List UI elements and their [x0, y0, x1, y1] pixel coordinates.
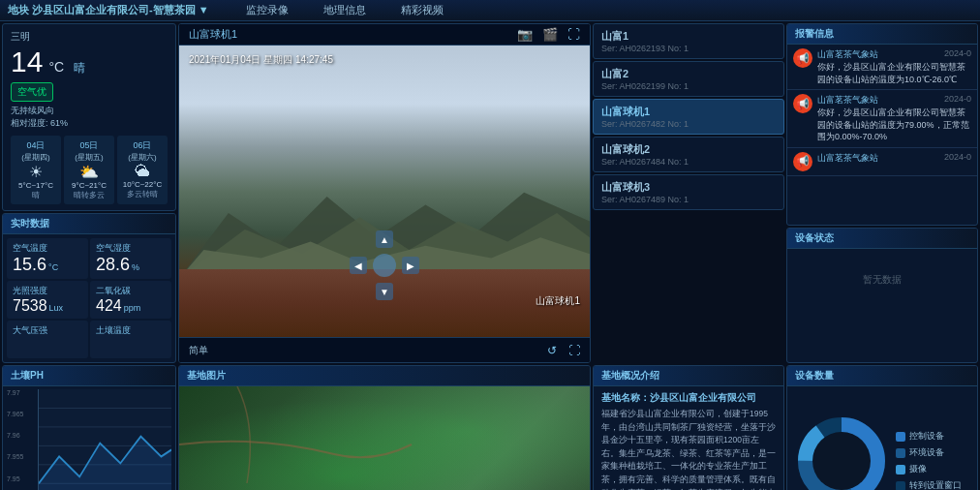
alerts-panel: 报警信息 📢 山富茗茶气象站 2024-0 你好，沙县区山富企业有限公司智慧茶园… [786, 23, 978, 226]
map-image-panel: 基地图片 [178, 365, 591, 490]
alert-2-content: 山富茗茶气象站 2024-0 [817, 152, 971, 171]
nav-recording[interactable]: 监控录像 [238, 1, 296, 19]
cam-1-serial: Ser: AH0262199 No: 1 [601, 81, 776, 91]
camera-bottom-actions: ↺ ⛶ [547, 344, 580, 357]
cam-1-name: 山富2 [601, 67, 776, 81]
forecast-2-range: 10°C~22°C [119, 180, 166, 189]
camera-record-icon[interactable]: 🎬 [542, 27, 558, 42]
cam-item-0[interactable]: 山富1 Ser: AH0262193 No: 1 [593, 23, 784, 59]
forecast-2-desc: 多云转晴 [119, 189, 166, 199]
forecast-day-0: 04日 (星期四) ☀ 5°C~17°C 晴 [11, 136, 61, 204]
camera-label-bottom: 山富球机1 [536, 294, 580, 308]
y-label-0: 7.97 [7, 389, 36, 396]
camera-title: 山富球机1 [189, 27, 237, 42]
forecast-1-name: 05日 [66, 139, 112, 152]
cam-item-3[interactable]: 山富球机2 Ser: AH0267484 No: 1 [593, 137, 784, 172]
alert-0-source: 山富茗茶气象站 [817, 48, 878, 61]
alert-0-icon: 📢 [793, 48, 812, 68]
top-bar: 地块 沙县区山富企业有限公司-智慧茶园 ▼ 监控录像 地理信息 精彩视频 [0, 0, 980, 21]
nav-highlight[interactable]: 精彩视频 [393, 1, 451, 19]
alert-1-source: 山富茗茶气象站 [817, 94, 878, 107]
sensor-humidity-unit: % [132, 262, 139, 272]
cam-2-name: 山富球机1 [601, 105, 776, 119]
legend-3: 转到设置窗口 [896, 479, 971, 490]
sensor-light-unit: Lux [49, 303, 64, 313]
chart-svg [39, 389, 171, 490]
forecast-day-1: 05日 (星期五) ⛅ 9°C~21°C 晴转多云 [64, 136, 114, 204]
sensor-light-label: 光照强度 [13, 285, 82, 297]
alert-0-date: 2024-0 [944, 48, 971, 61]
ptz-right[interactable]: ▶ [402, 257, 419, 274]
base-info-title: 基地概况介绍 [594, 366, 783, 386]
camera-zoom-icon[interactable]: ⛶ [568, 344, 580, 357]
nav-geo[interactable]: 地理信息 [316, 1, 374, 19]
logo[interactable]: 地块 沙县区山富企业有限公司-智慧茶园 ▼ [8, 3, 209, 17]
svg-marker-9 [39, 437, 171, 490]
alert-2-date: 2024-0 [944, 152, 971, 165]
cam-2-serial: Ser: AH0267482 No: 1 [601, 119, 776, 129]
cam-item-2[interactable]: 山富球机1 Ser: AH0267482 No: 1 [593, 99, 784, 135]
cam-item-1[interactable]: 山富2 Ser: AH0262199 No: 1 [593, 61, 784, 97]
device-status-panel: 设备状态 暂无数据 [786, 228, 978, 363]
ptz-controls: ▲ ▼ ◀ ▶ [350, 230, 419, 300]
forecast-1-icon: ⛅ [66, 163, 112, 181]
map-paths-svg [179, 386, 590, 490]
forecast-1-sub: (星期五) [66, 152, 112, 163]
weather-temp: 14 [11, 46, 43, 78]
camera-list-column: 山富1 Ser: AH0262193 No: 1 山富2 Ser: AH0262… [593, 23, 784, 363]
camera-snapshot-icon[interactable]: 📷 [517, 27, 533, 42]
ptz-up[interactable]: ▲ [376, 230, 393, 248]
map-image-content [179, 386, 590, 490]
cam-3-name: 山富球机2 [601, 142, 776, 157]
sensor-light: 光照强度 7538 Lux [7, 281, 88, 319]
legend-3-label: 转到设置窗口 [909, 479, 962, 490]
top-nav: 监控录像 地理信息 精彩视频 [238, 1, 451, 19]
base-info-panel: 基地概况介绍 基地名称：沙县区山富企业有限公司 福建省沙县山富企业有限公司，创建… [593, 365, 784, 490]
camera-fullscreen-icon[interactable]: ⛶ [567, 27, 580, 42]
forecast-0-sub: (星期四) [13, 152, 59, 163]
map-image-title: 基地图片 [179, 366, 590, 386]
camera-refresh-icon[interactable]: ↺ [547, 344, 557, 357]
camera-bottom-bar: 简单 ↺ ⛶ [179, 337, 590, 362]
weather-city: 三明 [11, 30, 168, 44]
forecast-0-icon: ☀ [13, 163, 59, 181]
weather-panel: 三明 14 °C 晴 空气优 无持续风向 相对湿度: 61% 04日 (星期四)… [2, 23, 176, 211]
alert-item-1: 📢 山富茗茶气象站 2024-0 你好，沙县区山富企业有限公司智慧茶园的设备山站… [787, 90, 977, 148]
sensor-light-value: 7538 [13, 297, 47, 315]
forecast-1-range: 9°C~21°C [66, 181, 112, 190]
ptz-center[interactable] [373, 254, 396, 277]
sensor-soil-temp: 土壤温度 [90, 321, 171, 358]
cam-4-serial: Ser: AH0267489 No: 1 [601, 195, 776, 204]
legend-1-label: 环境设备 [909, 446, 944, 459]
legend-1-dot [896, 448, 905, 458]
ptz-down[interactable]: ▼ [376, 283, 393, 300]
legend-2: 摄像 [896, 463, 971, 475]
svg-point-14 [812, 432, 871, 490]
weather-condition: 晴 [74, 60, 85, 77]
left-column: 三明 14 °C 晴 空气优 无持续风向 相对湿度: 61% 04日 (星期四)… [2, 23, 176, 363]
camera-icons: 📷 🎬 ⛶ [517, 27, 580, 42]
camera-select-label[interactable]: 简单 [189, 344, 208, 357]
alert-1-content: 山富茗茶气象站 2024-0 你好，沙县区山富企业有限公司智慧茶园的设备山站的温… [817, 94, 971, 143]
cam-item-4[interactable]: 山富球机3 Ser: AH0267489 No: 1 [593, 174, 784, 210]
soil-chart-container: 7.97 7.965 7.96 7.955 7.95 7.947 7.94 [3, 386, 175, 490]
ptz-left[interactable]: ◀ [350, 257, 367, 274]
alert-item-0: 📢 山富茗茶气象站 2024-0 你好，沙县区山富企业有限公司智慧茶园的设备山站… [787, 45, 977, 90]
forecast-2-sub: (星期六) [119, 152, 166, 163]
device-count-panel: 设备数量 控制设备 [786, 365, 978, 490]
ptz-pad: ▲ ▼ ◀ ▶ [350, 230, 419, 300]
cam-0-serial: Ser: AH0262193 No: 1 [601, 44, 776, 53]
sensor-temp: 空气温度 15.6 °C [7, 238, 88, 279]
sensor-co2: 二氧化碳 424 ppm [90, 281, 171, 319]
camera-feed: 2021年01月04日 星期四 14:27:45 ▲ ▼ ◀ ▶ 山富球机1 [179, 46, 590, 337]
legend-0-label: 控制设备 [909, 430, 944, 443]
alert-1-date: 2024-0 [944, 94, 971, 107]
sensor-temp-unit: °C [48, 262, 58, 272]
forecast-day-2: 06日 (星期六) 🌥 10°C~22°C 多云转晴 [117, 136, 168, 204]
forecast-0-range: 5°C~17°C [13, 181, 59, 190]
camera-timestamp: 2021年01月04日 星期四 14:27:45 [189, 53, 333, 67]
y-label-1: 7.965 [7, 411, 36, 417]
sensor-humidity: 空气湿度 28.6 % [90, 238, 171, 279]
alert-item-2: 📢 山富茗茶气象站 2024-0 [787, 148, 977, 176]
sensor-pressure-label: 大气压强 [13, 324, 82, 337]
